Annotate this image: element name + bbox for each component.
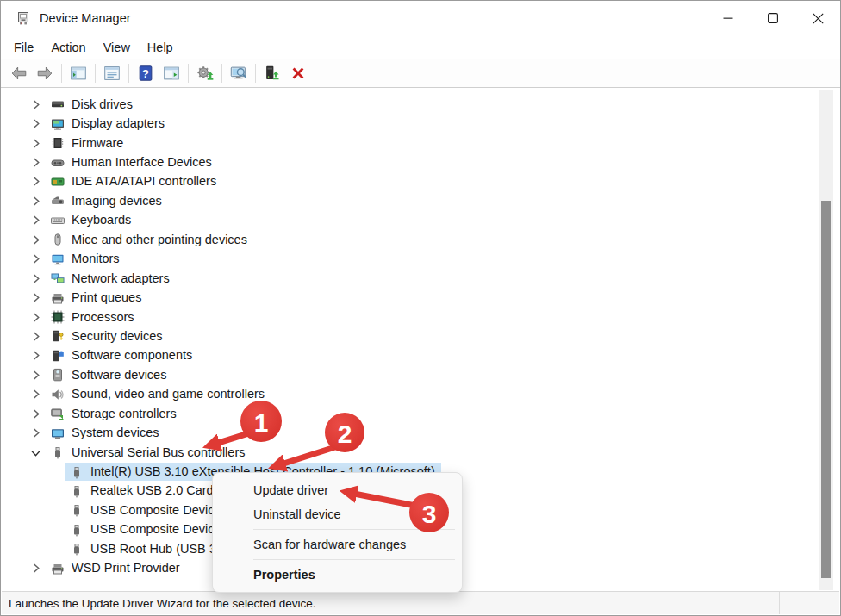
vertical-scrollbar[interactable] [819, 90, 833, 590]
chevron-right-icon[interactable] [28, 136, 43, 151]
chevron-right-icon[interactable] [28, 271, 43, 286]
chevron-right-icon[interactable] [28, 348, 43, 363]
tree-item-content[interactable]: Processors [47, 308, 140, 327]
toolbar-separator [221, 64, 222, 83]
tree-item-sound-video-and-game-controllers[interactable]: Sound, video and game controllers [2, 385, 839, 404]
maximize-button[interactable] [751, 1, 795, 35]
context-menu: Update driverUninstall deviceScan for ha… [212, 472, 463, 593]
tree-item-content[interactable]: Storage controllers [47, 405, 183, 423]
toolbar: ? [1, 59, 840, 88]
tree-item-processors[interactable]: Processors [2, 308, 839, 327]
chevron-right-icon[interactable] [28, 174, 43, 189]
tree-item-monitors[interactable]: Monitors [2, 250, 839, 269]
chevron-right-icon[interactable] [28, 252, 43, 266]
uninstall-button[interactable] [285, 61, 311, 85]
tree-item-content[interactable]: Network adapters [47, 270, 176, 288]
tree-item-content[interactable]: Human Interface Devices [47, 153, 218, 171]
tree-item-print-queues[interactable]: Print queues [2, 288, 839, 307]
tree-item-content[interactable]: Display adapters [47, 115, 171, 133]
tree-item-content[interactable]: USB Root Hub (USB 3.0) [65, 540, 237, 558]
tree-item-label: Imaging devices [72, 192, 162, 210]
chevron-right-icon[interactable] [28, 329, 43, 344]
chevron-right-icon[interactable] [28, 426, 43, 440]
tree-item-content[interactable]: Security devices [47, 327, 169, 345]
scrollbar-thumb[interactable] [821, 201, 831, 578]
tree-item-human-interface-devices[interactable]: Human Interface Devices [2, 152, 839, 171]
menu-view[interactable]: View [95, 37, 139, 58]
show-console-tree-icon [69, 64, 88, 83]
wsd-printer-icon [50, 561, 65, 576]
context-menu-item-scan-for-hardware-changes[interactable]: Scan for hardware changes [213, 532, 462, 557]
tree-item-label: USB Composite Device [90, 520, 221, 538]
context-menu-item-properties[interactable]: Properties [213, 563, 462, 587]
chevron-right-icon[interactable] [28, 387, 43, 401]
computer-update-icon [263, 64, 282, 83]
scan-hardware-button[interactable] [226, 61, 252, 85]
tree-item-label: USB Composite Device [90, 501, 221, 520]
tree-item-content[interactable]: Software devices [47, 366, 172, 384]
chevron-right-icon[interactable] [28, 561, 43, 576]
tree-item-keyboards[interactable]: Keyboards [2, 211, 839, 230]
chevron-right-icon[interactable] [28, 233, 43, 247]
menu-file[interactable]: File [5, 37, 42, 58]
close-icon [813, 13, 824, 24]
tree-item-software-devices[interactable]: Software devices [2, 365, 839, 384]
tree-item-ide-ata-atapi-controllers[interactable]: IDE ATA/ATAPI controllers [2, 172, 839, 191]
tree-item-content[interactable]: Sound, video and game controllers [47, 385, 271, 403]
forward-button[interactable] [32, 61, 58, 85]
tree-item-content[interactable]: Mice and other pointing devices [47, 231, 253, 249]
tree-item-firmware[interactable]: Firmware [2, 134, 839, 152]
tree-item-content[interactable]: USB Composite Device [65, 501, 227, 520]
tree-item-display-adapters[interactable]: Display adapters [2, 114, 839, 133]
tree-item-content[interactable]: Print queues [47, 289, 147, 307]
tree-item-mice-and-other-pointing-devices[interactable]: Mice and other pointing devices [2, 230, 839, 249]
chevron-down-icon[interactable] [28, 445, 43, 460]
chevron-right-icon[interactable] [28, 116, 43, 131]
update-driver-button[interactable] [192, 61, 218, 85]
tree-item-content[interactable]: Universal Serial Bus controllers [47, 444, 251, 462]
chevron-right-icon[interactable] [28, 290, 43, 305]
tree-item-content[interactable]: Imaging devices [47, 192, 168, 210]
tree-item-label: Storage controllers [72, 405, 177, 423]
tree-item-content[interactable]: System devices [47, 424, 165, 442]
close-button[interactable] [795, 1, 840, 35]
computer-update-button[interactable] [259, 61, 285, 85]
context-menu-item-uninstall-device[interactable]: Uninstall device [213, 502, 462, 526]
tree-item-disk-drives[interactable]: Disk drives [2, 95, 839, 114]
tree-item-universal-serial-bus-controllers[interactable]: Universal Serial Bus controllers [2, 443, 839, 462]
tree-item-content[interactable]: USB Composite Device [65, 520, 227, 538]
tree-item-storage-controllers[interactable]: Storage controllers [2, 404, 839, 423]
tree-item-content[interactable]: Keyboards [47, 211, 137, 229]
chevron-right-icon[interactable] [28, 310, 43, 325]
chevron-right-icon[interactable] [28, 407, 43, 421]
chevron-right-icon[interactable] [28, 213, 43, 227]
tree-item-network-adapters[interactable]: Network adapters [2, 269, 839, 288]
tree-item-content[interactable]: Monitors [47, 250, 126, 268]
tree-item-software-components[interactable]: Software components [2, 346, 839, 365]
action-pane-button[interactable] [159, 61, 184, 85]
tree-item-content[interactable]: IDE ATA/ATAPI controllers [47, 172, 222, 190]
tree-item-label: USB Root Hub (USB 3.0) [90, 540, 231, 558]
chevron-right-icon[interactable] [28, 368, 43, 383]
tree-item-system-devices[interactable]: System devices [2, 423, 839, 442]
properties-window-button[interactable] [99, 61, 125, 85]
toolbar-separator [61, 64, 62, 83]
help-button[interactable]: ? [133, 61, 159, 85]
menu-help[interactable]: Help [139, 37, 182, 58]
tree-item-imaging-devices[interactable]: Imaging devices [2, 191, 839, 210]
tree-item-content[interactable]: WSD Print Provider [47, 559, 186, 577]
tree-item-security-devices[interactable]: Security devices [2, 327, 839, 345]
tree-item-content[interactable]: Software components [47, 346, 198, 364]
tree-item-label: Sound, video and game controllers [72, 385, 265, 403]
disk-icon [50, 96, 65, 112]
tree-item-content[interactable]: Disk drives [47, 96, 139, 114]
context-menu-item-update-driver[interactable]: Update driver [213, 478, 462, 502]
chevron-right-icon[interactable] [28, 97, 43, 112]
menu-action[interactable]: Action [42, 37, 94, 58]
back-button[interactable] [6, 61, 32, 85]
minimize-button[interactable] [706, 1, 751, 35]
chevron-right-icon[interactable] [28, 194, 43, 208]
show-console-tree-button[interactable] [65, 61, 91, 85]
chevron-right-icon[interactable] [28, 155, 43, 170]
tree-item-content[interactable]: Firmware [47, 134, 129, 152]
